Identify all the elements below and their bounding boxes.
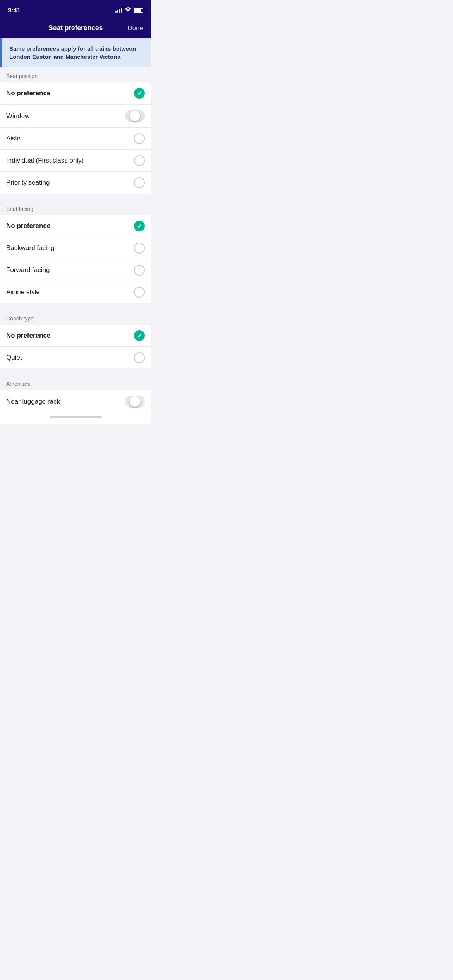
checked-coach-icon xyxy=(134,330,145,341)
window-toggle[interactable] xyxy=(125,110,145,122)
option-amenities-luggage[interactable]: Near luggage rack xyxy=(0,390,151,413)
radio-quiet[interactable] xyxy=(134,352,145,363)
option-seat-pos-priority[interactable]: Priority seating xyxy=(0,172,151,194)
checked-facing-icon xyxy=(134,221,145,231)
seat-facing-list: No preference Backward facing Forward fa… xyxy=(0,215,151,303)
luggage-toggle[interactable] xyxy=(125,396,145,408)
radio-priority[interactable] xyxy=(134,177,145,188)
status-time: 9:41 xyxy=(8,7,21,14)
option-seat-facing-backward[interactable]: Backward facing xyxy=(0,237,151,259)
option-seat-facing-airline[interactable]: Airline style xyxy=(0,281,151,303)
checked-icon xyxy=(134,88,145,99)
radio-backward[interactable] xyxy=(134,243,145,254)
option-seat-pos-aisle[interactable]: Aisle xyxy=(0,128,151,150)
wifi-icon xyxy=(125,7,131,14)
section-header-seat-position: Seat position xyxy=(0,67,151,82)
status-bar: 9:41 xyxy=(0,0,151,19)
coach-type-list: No preference Quiet xyxy=(0,325,151,368)
option-coach-no-pref[interactable]: No preference xyxy=(0,325,151,347)
battery-icon xyxy=(134,8,143,13)
section-header-amenities: Amenities xyxy=(0,375,151,390)
amenities-list: Near luggage rack xyxy=(0,390,151,413)
page-title: Seat preferences xyxy=(48,24,103,32)
option-seat-facing-no-pref[interactable]: No preference xyxy=(0,215,151,237)
option-seat-facing-forward[interactable]: Forward facing xyxy=(0,259,151,281)
section-header-coach-type: Coach type xyxy=(0,309,151,325)
section-header-seat-facing: Seat facing xyxy=(0,200,151,215)
option-coach-quiet[interactable]: Quiet xyxy=(0,347,151,368)
radio-forward[interactable] xyxy=(134,265,145,276)
radio-airline[interactable] xyxy=(134,287,145,298)
nav-bar: Seat preferences Done xyxy=(0,19,151,38)
signal-icon xyxy=(115,8,122,13)
option-seat-pos-no-pref[interactable]: No preference xyxy=(0,82,151,105)
info-banner-text: Same preferences apply for all trains be… xyxy=(9,45,136,60)
info-banner: Same preferences apply for all trains be… xyxy=(0,38,151,67)
home-bar xyxy=(50,416,101,418)
seat-position-list: No preference Window Aisle Individual (F… xyxy=(0,82,151,194)
option-seat-pos-window[interactable]: Window xyxy=(0,105,151,128)
radio-individual[interactable] xyxy=(134,155,145,166)
done-button[interactable]: Done xyxy=(127,24,143,32)
home-indicator xyxy=(0,413,151,424)
option-seat-pos-individual[interactable]: Individual (First class only) xyxy=(0,150,151,172)
radio-aisle[interactable] xyxy=(134,133,145,144)
status-icons xyxy=(115,7,143,14)
